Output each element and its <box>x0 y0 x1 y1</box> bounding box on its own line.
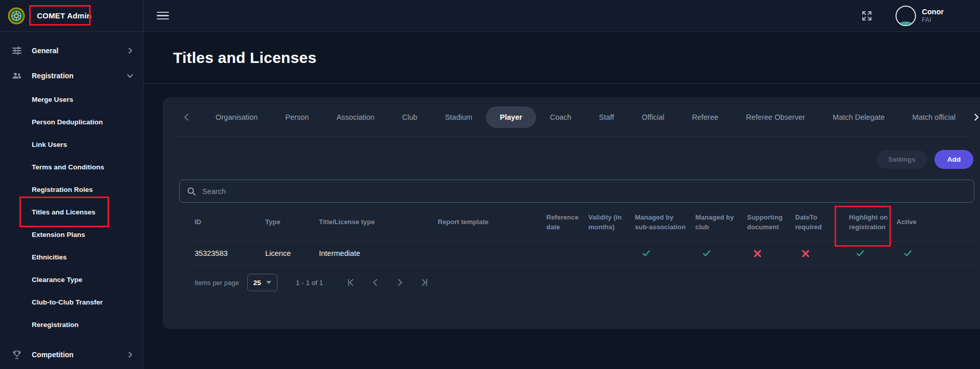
last-page-icon[interactable] <box>419 277 430 288</box>
next-page-icon[interactable] <box>395 277 405 288</box>
sidebar-item-terms-and-conditions[interactable]: Terms and Conditions <box>0 156 143 178</box>
sidebar: COMET Admin General <box>0 0 143 369</box>
column-header-dateto-required: DateTo required <box>795 213 849 232</box>
cross-icon <box>801 249 810 258</box>
sidebar-item-registration[interactable]: Registration <box>0 63 143 88</box>
avatar-shoulders <box>898 21 913 26</box>
cell-dateto-required <box>795 249 849 258</box>
sidebar-item-label: Reregistration <box>32 321 79 329</box>
column-header-managed-by-club: Managed by club <box>695 213 747 232</box>
search-box[interactable] <box>179 180 974 203</box>
entity-tabbar: Organisation Person Association Club Sta… <box>163 97 980 137</box>
table-row[interactable]: 35323583 Licence Intermediate <box>195 241 974 266</box>
table-header-row: ID Type Title/License type Report templa… <box>195 203 974 241</box>
previous-page-icon[interactable] <box>370 277 380 288</box>
check-icon <box>903 248 913 258</box>
sidebar-item-label: Extension Plans <box>32 231 85 238</box>
sidebar-item-club-to-club-transfer[interactable]: Club-to-Club Transfer <box>0 291 143 313</box>
search-row <box>163 169 980 203</box>
fullscreen-icon[interactable] <box>861 10 873 22</box>
sidebar-item-competition[interactable]: Competition <box>0 342 143 367</box>
sidebar-item-label: Merge Users <box>32 96 73 103</box>
tab-club[interactable]: Club <box>388 106 431 128</box>
search-icon <box>187 187 196 196</box>
tabbar-divider <box>178 136 971 137</box>
sliders-icon <box>11 45 23 56</box>
cell-managed-by-club <box>695 248 747 258</box>
sidebar-item-registration-roles[interactable]: Registration Roles <box>0 178 143 201</box>
sidebar-item-label: Terms and Conditions <box>32 163 104 171</box>
chevron-down-icon <box>126 72 134 79</box>
sidebar-item-ethnicities[interactable]: Ethnicities <box>0 246 143 268</box>
cell-managed-by-sub-association <box>635 248 695 258</box>
sidebar-item-label: Registration <box>32 72 74 80</box>
tab-official[interactable]: Official <box>628 106 678 128</box>
check-icon <box>855 248 865 258</box>
tabs-scroll-left-icon[interactable] <box>178 113 195 122</box>
sidebar-item-label: Ethnicities <box>32 253 67 261</box>
menu-toggle-button[interactable] <box>157 12 169 20</box>
settings-button[interactable]: Settings <box>877 150 927 169</box>
content: Organisation Person Association Club Sta… <box>143 84 980 369</box>
sidebar-item-reregistration[interactable]: Reregistration <box>0 313 143 336</box>
cell-type: Licence <box>265 249 319 257</box>
column-header-supporting-document: Supporting document <box>747 213 795 232</box>
people-icon <box>11 70 23 81</box>
sidebar-item-general[interactable]: General <box>0 38 143 63</box>
tabs-list: Organisation Person Association Club Sta… <box>202 106 969 128</box>
actions-row: Settings Add <box>163 137 980 169</box>
column-header-type: Type <box>265 218 319 227</box>
avatar[interactable] <box>896 6 916 26</box>
app-window: COMET Admin General <box>0 0 980 369</box>
user-name: Conor <box>922 7 944 16</box>
sidebar-item-titles-and-licenses[interactable]: Titles and Licenses <box>0 201 143 223</box>
tab-association[interactable]: Association <box>323 106 388 128</box>
main-area: Conor FAI Titles and Licenses Org <box>143 0 980 369</box>
titles-licenses-card: Organisation Person Association Club Sta… <box>163 97 980 329</box>
sidebar-item-clearance-type[interactable]: Clearance Type <box>0 268 143 291</box>
topbar: Conor FAI <box>143 0 980 32</box>
tab-stadium[interactable]: Stadium <box>431 106 486 128</box>
sidebar-item-person-deduplication[interactable]: Person Deduplication <box>0 111 143 133</box>
user-info: Conor FAI <box>922 7 944 24</box>
sidebar-item-merge-users[interactable]: Merge Users <box>0 88 143 111</box>
column-header-active: Active <box>897 218 974 227</box>
column-header-reference-date: Reference date <box>546 213 588 232</box>
tab-organisation[interactable]: Organisation <box>202 106 271 128</box>
column-header-managed-by-sub-association: Managed by sub-association <box>635 213 695 232</box>
brand-header: COMET Admin <box>0 0 143 32</box>
search-input[interactable] <box>202 187 967 196</box>
tab-match-official[interactable]: Match official <box>899 106 969 128</box>
column-header-highlight-on-registration: Highlight on registration <box>849 213 897 232</box>
sidebar-item-label: Competition <box>32 351 74 359</box>
cell-supporting-document <box>747 249 795 258</box>
tab-player[interactable]: Player <box>486 106 536 128</box>
comet-logo-icon <box>7 7 26 25</box>
sidebar-item-label: Clearance Type <box>32 276 82 284</box>
first-page-icon[interactable] <box>346 277 356 288</box>
column-header-id: ID <box>195 218 265 227</box>
tab-referee[interactable]: Referee <box>678 106 732 128</box>
sidebar-item-link-users[interactable]: Link Users <box>0 133 143 156</box>
tab-referee-observer[interactable]: Referee Observer <box>732 106 819 128</box>
tabs-scroll-right-icon[interactable] <box>969 113 980 122</box>
add-button[interactable]: Add <box>934 150 973 169</box>
cross-icon <box>753 249 762 258</box>
page-title: Titles and Licenses <box>173 49 316 67</box>
tab-coach[interactable]: Coach <box>536 106 585 128</box>
page-header: Titles and Licenses <box>143 32 980 84</box>
tab-match-delegate[interactable]: Match Delegate <box>819 106 899 128</box>
items-per-page-label: Items per page <box>195 279 239 287</box>
cell-highlight-on-registration <box>849 248 897 258</box>
sidebar-item-label: General <box>32 47 58 55</box>
page-size-value: 25 <box>253 279 261 287</box>
tab-person[interactable]: Person <box>271 106 323 128</box>
pagination: Items per page 25 1 - 1 of 1 <box>195 274 974 291</box>
page-size-select[interactable]: 25 <box>247 274 278 291</box>
tab-staff[interactable]: Staff <box>585 106 628 128</box>
page-range-label: 1 - 1 of 1 <box>296 279 323 287</box>
column-header-validity-in-months: Validity (in months) <box>588 213 635 232</box>
column-header-title-license-type: Title/License type <box>319 218 438 227</box>
sidebar-item-extension-plans[interactable]: Extension Plans <box>0 223 143 246</box>
titles-licenses-table: ID Type Title/License type Report templa… <box>195 203 974 266</box>
